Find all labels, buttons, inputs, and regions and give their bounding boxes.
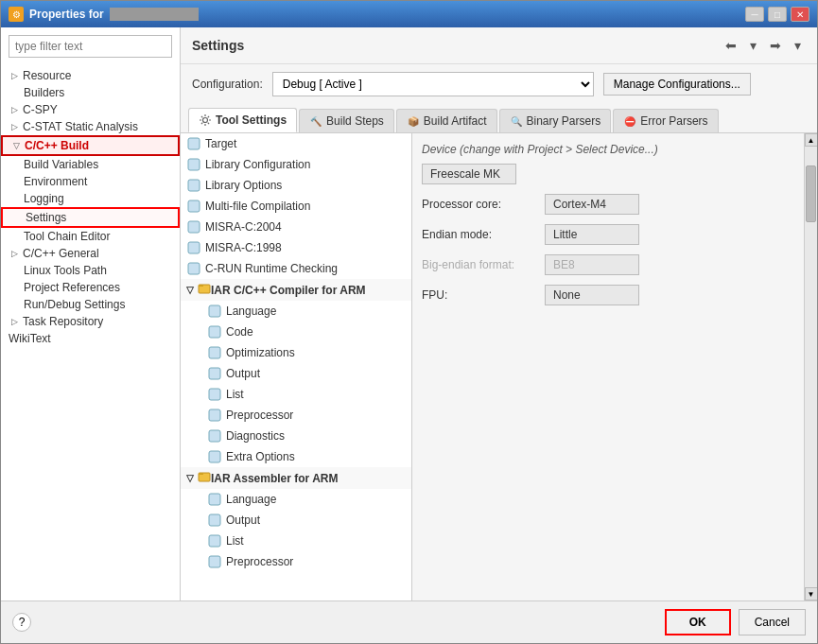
settings-header: Settings ⬅ ▾ ➡ ▾ (181, 27, 817, 64)
left-panel: ▷ Resource Builders ▷ C-SPY ▷ C-STAT Sta… (1, 27, 181, 600)
cancel-button[interactable]: Cancel (739, 609, 806, 635)
tool-settings-icon (186, 219, 201, 235)
properties-window: ⚙ Properties for ████ ─ □ ✕ ▷ Resource B… (0, 0, 818, 644)
tool-settings-icon (186, 157, 201, 172)
help-button[interactable]: ? (12, 613, 31, 632)
tool-item-label: List (226, 388, 244, 401)
sidebar-item-rundebugsettings[interactable]: Run/Debug Settings (1, 296, 180, 313)
sidebar-item-label: WikiText (9, 332, 51, 345)
folder-icon (198, 470, 211, 486)
main-split: Target Library Configuration (181, 133, 817, 600)
sidebar-item-builders[interactable]: Builders (1, 84, 180, 101)
tool-item-label: Library Options (205, 179, 282, 192)
tool-item-misrac1998[interactable]: MISRA-C:1998 (181, 237, 411, 258)
tab-label: Binary Parsers (527, 114, 601, 128)
tool-settings-icon (207, 533, 222, 548)
sidebar-item-ccppgeneral[interactable]: ▷ C/C++ General (1, 245, 180, 262)
sidebar-item-linuxtoolspath[interactable]: Linux Tools Path (1, 262, 180, 279)
ok-button[interactable]: OK (665, 609, 731, 635)
nav-back-button[interactable]: ⬅ (721, 35, 741, 56)
right-panel: Settings ⬅ ▾ ➡ ▾ Configuration: Debug [ … (181, 27, 817, 600)
sidebar-item-taskrepository[interactable]: ▷ Task Repository (1, 313, 180, 330)
bigendian-value: BE8 (545, 254, 639, 275)
tool-item-libraryconfig[interactable]: Library Configuration (181, 154, 411, 175)
tab-buildartifact[interactable]: 📦 Build Artifact (396, 109, 497, 132)
sidebar-item-toolchaineditor[interactable]: Tool Chain Editor (1, 228, 180, 245)
sidebar-item-label: C/C++ General (23, 247, 99, 260)
sidebar-item-ccppbuild[interactable]: ▽ C/C++ Build (1, 135, 180, 156)
config-label: Configuration: (192, 78, 263, 91)
tool-item-output2[interactable]: Output (181, 510, 411, 531)
nav-dropdown-button[interactable]: ▾ (745, 35, 761, 56)
expand-icon: ▽ (10, 140, 22, 151)
manage-configs-button[interactable]: Manage Configurations... (603, 73, 751, 96)
config-dropdown[interactable]: Debug [ Active ] (272, 72, 594, 96)
svg-rect-9 (199, 285, 203, 287)
tool-item-extraoptions[interactable]: Extra Options (181, 446, 411, 467)
filter-input[interactable] (9, 35, 172, 58)
settings-title: Settings (192, 38, 244, 53)
tool-item-list[interactable]: List (181, 384, 411, 405)
svg-rect-11 (209, 326, 220, 338)
device-header: Device (change with Project > Select Dev… (422, 143, 794, 156)
tool-item-libraryoptions[interactable]: Library Options (181, 175, 411, 196)
sidebar-item-buildvariables[interactable]: Build Variables (1, 156, 180, 173)
tool-item-optimizations[interactable]: Optimizations (181, 342, 411, 363)
tool-item-label: C-RUN Runtime Checking (205, 262, 338, 275)
tool-item-multifile[interactable]: Multi-file Compilation (181, 196, 411, 217)
tool-item-language2[interactable]: Language (181, 489, 411, 510)
close-button[interactable]: ✕ (791, 7, 809, 22)
sidebar-item-logging[interactable]: Logging (1, 190, 180, 207)
tool-item-preprocessor[interactable]: Preprocessor (181, 405, 411, 426)
scroll-thumb[interactable] (806, 165, 816, 222)
title-controls[interactable]: ─ □ ✕ (745, 7, 809, 22)
scroll-down-arrow[interactable]: ▼ (805, 587, 818, 600)
tabs-bar: Tool Settings 🔨 Build Steps 📦 Build Arti… (181, 104, 817, 133)
svg-rect-4 (188, 200, 200, 212)
fpu-value: None (545, 285, 639, 305)
expand-icon: ▽ (186, 473, 194, 483)
tool-settings-icon (207, 324, 222, 339)
svg-rect-1 (188, 138, 200, 149)
expand-icon: ▷ (9, 316, 20, 327)
nav-forward-button[interactable]: ➡ (765, 35, 786, 56)
sidebar-item-label: Task Repository (23, 315, 103, 328)
endian-value: Little (545, 224, 639, 245)
tool-item-target[interactable]: Target (181, 133, 411, 154)
tool-item-label: List (226, 534, 244, 548)
tool-section-iar-assembler[interactable]: ▽ IAR Assembler for ARM (181, 467, 411, 489)
sidebar-item-cspy[interactable]: ▷ C-SPY (1, 101, 180, 118)
sidebar-item-settings[interactable]: Settings (1, 207, 180, 228)
sidebar-item-environment[interactable]: Environment (1, 173, 180, 190)
tab-buildsteps[interactable]: 🔨 Build Steps (299, 109, 394, 132)
tab-errorparsers[interactable]: ⛔ Error Parsers (613, 109, 718, 132)
tool-item-diagnostics[interactable]: Diagnostics (181, 426, 411, 446)
sidebar-item-projectreferences[interactable]: Project References (1, 279, 180, 296)
tab-toolsettings[interactable]: Tool Settings (188, 108, 297, 132)
tool-item-misrac2004[interactable]: MISRA-C:2004 (181, 217, 411, 237)
minimize-button[interactable]: ─ (745, 7, 764, 22)
tool-settings-icon (207, 554, 222, 569)
scroll-track[interactable] (805, 147, 817, 587)
tool-settings-icon (186, 136, 201, 151)
svg-rect-13 (209, 368, 220, 379)
sidebar-item-label: Linux Tools Path (24, 264, 107, 277)
nav-menu-button[interactable]: ▾ (790, 35, 806, 56)
folder-icon (198, 282, 211, 298)
tool-item-code[interactable]: Code (181, 322, 411, 342)
tab-binaryparsers[interactable]: 🔍 Binary Parsers (499, 109, 612, 132)
sidebar-item-resource[interactable]: ▷ Resource (1, 67, 180, 84)
sidebar-item-cstat[interactable]: ▷ C-STAT Static Analysis (1, 118, 180, 135)
tool-item-language[interactable]: Language (181, 301, 411, 322)
tool-item-output[interactable]: Output (181, 363, 411, 384)
tool-item-list2[interactable]: List (181, 531, 411, 551)
maximize-button[interactable]: □ (768, 7, 787, 22)
sidebar-item-wikitext[interactable]: WikiText (1, 330, 180, 347)
vertical-scrollbar[interactable]: ▲ ▼ (804, 133, 817, 600)
tool-item-crun[interactable]: C-RUN Runtime Checking (181, 258, 411, 279)
tool-item-preprocessor2[interactable]: Preprocessor (181, 551, 411, 572)
svg-rect-22 (209, 535, 220, 547)
scroll-up-arrow[interactable]: ▲ (805, 133, 818, 147)
tool-settings-icon (207, 408, 222, 423)
tool-section-iar-compiler[interactable]: ▽ IAR C/C++ Compiler for ARM (181, 279, 411, 301)
